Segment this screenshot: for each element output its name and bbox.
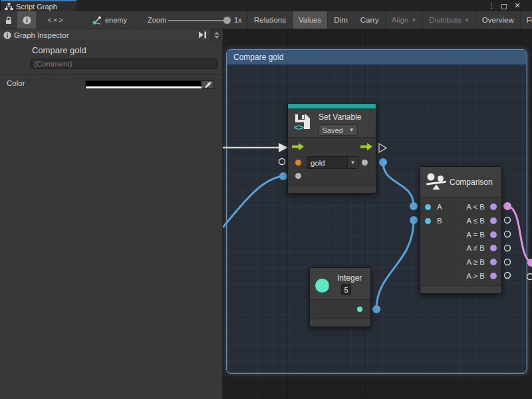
node-comparison[interactable]: Comparison A A < B B A ≤ B A = B [420,166,502,294]
variable-name-dropdown[interactable]: gold ▼ [307,156,358,169]
inspector-divider [0,74,223,75]
carry-button[interactable]: Carry [354,11,385,29]
graph-canvas[interactable]: Compare gold [223,29,532,399]
window-menu-icon[interactable]: ⋮ [487,0,496,11]
output-port[interactable] [490,273,497,279]
input-port-a[interactable] [425,204,431,210]
integer-icon [315,279,329,293]
value-output-port[interactable] [362,160,368,166]
eyedropper-button[interactable] [201,81,213,88]
align-dropdown-button[interactable]: Align▼ [385,11,423,29]
input-label: A [437,203,442,211]
input-label: B [437,217,442,225]
integer-output-port[interactable] [357,307,362,312]
graph-reference-icon [92,16,102,25]
input-port-b[interactable] [425,218,431,224]
comparison-row: A = B [420,227,501,241]
info-icon [23,16,31,25]
comparison-row: A ≥ B [420,255,501,269]
comparison-scale-icon [426,173,446,192]
inspector-graph-title: Compare gold [32,45,86,55]
integer-body [310,300,370,319]
window-close-icon[interactable]: ✕ [512,0,523,11]
dim-button[interactable]: Dim [327,11,353,29]
output-label: A < B [466,203,485,211]
relations-button[interactable]: Relations [247,11,292,29]
comparison-row: A A < B [420,200,501,214]
graph-inspector-panel: Graph Inspector Compare gold Color [0,29,223,399]
code-view-button[interactable]: <×> [41,11,70,29]
lock-button[interactable] [0,11,17,29]
unity-script-graph-window: Script Graph ⋮ ◻ ✕ <×> [0,0,532,399]
window-maximize-icon[interactable]: ◻ [499,0,509,11]
set-variable-body: gold ▼ [288,138,376,185]
chevron-down-icon: ▼ [411,17,416,23]
values-button[interactable]: Values [292,11,327,29]
value-input-row [288,170,376,185]
comment-input[interactable] [30,59,217,69]
node-footer [420,285,501,293]
comparison-row: A > B [420,269,501,283]
svg-text:<>: <> [294,122,305,132]
output-port[interactable] [490,203,497,210]
flow-input-icon[interactable] [292,143,304,150]
graph-reference-label: enemy [105,16,127,24]
color-alpha-bar [86,86,201,88]
flow-row [288,138,376,155]
node-footer [288,185,376,193]
output-port[interactable] [490,231,497,238]
save-variable-icon: <> [293,112,313,132]
output-label: A > B [466,272,485,280]
comparison-body: A A < B B A ≤ B A = B A ≠ B [420,198,501,285]
chevron-down-icon: ▼ [349,127,354,133]
set-variable-header: <> Set Variable Saved▼ [288,108,376,138]
full-screen-button[interactable]: Full Screen [520,11,532,29]
output-label: A = B [466,231,485,239]
group-title: Compare gold [233,53,283,62]
script-graph-icon [5,3,13,11]
comparison-row: B A ≤ B [420,214,501,228]
node-footer [310,319,370,327]
color-field[interactable] [85,80,214,89]
variable-accent-bar [288,104,376,108]
output-label: A ≥ B [467,258,485,266]
inspector-toggle-button[interactable] [17,11,36,29]
output-label: A ≤ B [467,217,485,225]
toolbar-button-group: Relations Values Dim Carry Align▼ Distri… [247,11,532,29]
inspector-scroll-spinner[interactable] [210,29,222,41]
zoom-label: Zoom [148,11,166,29]
output-port[interactable] [490,245,497,251]
variable-scope-dropdown[interactable]: Saved▼ [319,124,358,136]
overview-button[interactable]: Overview [475,11,520,29]
wire-endpoint[interactable] [527,259,532,267]
node-set-variable[interactable]: <> Set Variable Saved▼ [287,103,376,194]
node-title: Set Variable [319,112,361,122]
dock-panel-icon[interactable] [198,31,207,39]
scroll-down-icon[interactable] [214,36,219,39]
inspector-header: Graph Inspector [0,29,223,41]
distribute-dropdown-button[interactable]: Distribute▼ [422,11,475,29]
node-title: Integer [337,273,362,283]
integer-header: Integer 5 [310,268,370,300]
graph-toolbar: <×> enemy Zoom 1x Relations Values Dim C… [0,11,532,29]
zoom-slider-track[interactable] [168,20,226,21]
color-swatch[interactable] [86,81,201,88]
group-header[interactable]: Compare gold [227,50,527,65]
integer-value-input[interactable]: 5 [341,284,351,295]
eyedropper-icon [204,81,211,88]
tab-script-graph[interactable]: Script Graph [1,0,76,11]
zoom-value: 1x [234,11,242,29]
scroll-up-icon[interactable] [214,32,219,35]
zoom-slider-thumb[interactable] [223,17,231,24]
node-integer[interactable]: Integer 5 [309,267,371,327]
value-input-port[interactable] [295,173,301,179]
output-port[interactable] [490,259,497,265]
lock-icon [5,16,13,25]
output-port[interactable] [490,217,497,224]
comparison-header: Comparison [420,167,501,198]
flow-output-icon[interactable] [360,143,372,150]
chevron-down-icon: ▼ [464,17,469,23]
unconnected-port[interactable] [527,274,532,280]
variable-name-port[interactable] [295,160,301,166]
graph-reference[interactable]: enemy [92,11,127,29]
